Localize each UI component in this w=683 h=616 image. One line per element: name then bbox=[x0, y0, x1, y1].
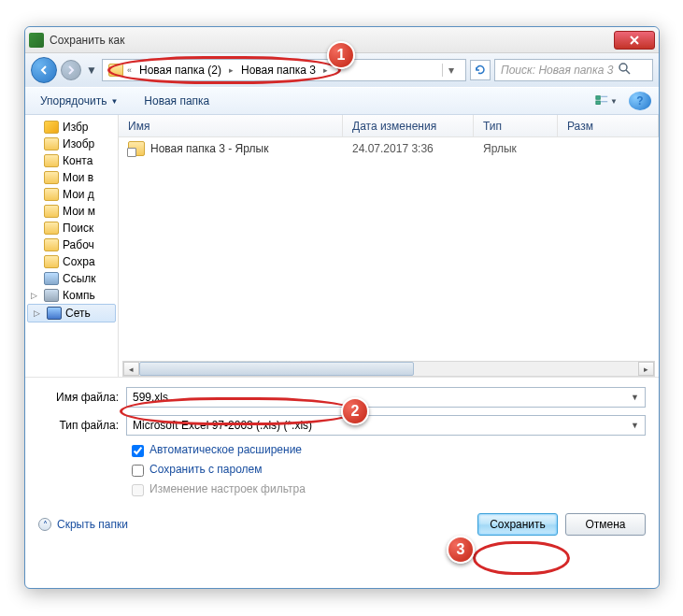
horizontal-scrollbar[interactable]: ◂ ▸ bbox=[122, 361, 655, 377]
folder-icon bbox=[44, 171, 59, 184]
scroll-thumb[interactable] bbox=[139, 362, 414, 376]
arrow-right-icon bbox=[66, 65, 76, 75]
address-bar[interactable]: « Новая папка (2) ▸ Новая папка 3 ▸ ▾ bbox=[102, 59, 466, 81]
checkbox-input[interactable] bbox=[132, 465, 144, 477]
file-row[interactable]: Новая папка 3 - Ярлык 24.07.2017 3:36 Яр… bbox=[119, 137, 659, 160]
auto-extension-checkbox[interactable]: Автоматическое расширение bbox=[132, 443, 646, 457]
organize-button[interactable]: Упорядочить ▼ bbox=[33, 91, 125, 111]
file-date-cell: 24.07.2017 3:36 bbox=[343, 142, 474, 155]
chevron-down-icon: ▼ bbox=[110, 97, 118, 106]
history-dropdown[interactable]: ▼ bbox=[85, 57, 98, 83]
tree-item: Изобр bbox=[25, 136, 118, 152]
filetype-label: Тип файла: bbox=[38, 419, 119, 432]
folder-icon bbox=[44, 205, 59, 218]
computer-icon bbox=[44, 289, 59, 302]
hide-folders-toggle[interactable]: ˄ Скрыть папки bbox=[38, 518, 128, 531]
chevron-up-icon: ˄ bbox=[38, 518, 51, 531]
explorer-body: Избр Изобр Конта Мои в Мои д Мои м Поиск… bbox=[25, 115, 659, 377]
app-icon bbox=[29, 33, 44, 48]
folder-icon bbox=[44, 188, 59, 201]
link-icon bbox=[44, 272, 59, 285]
arrow-left-icon bbox=[38, 64, 50, 76]
forward-button[interactable] bbox=[61, 60, 81, 80]
navigation-tree[interactable]: Избр Изобр Конта Мои в Мои д Мои м Поиск… bbox=[25, 115, 119, 377]
view-options-button[interactable]: ▼ bbox=[595, 92, 618, 110]
search-input[interactable]: Поиск: Новая папка 3 bbox=[494, 59, 653, 81]
folder-icon bbox=[44, 222, 59, 235]
dialog-footer: ˄ Скрыть папки Сохранить Отмена bbox=[25, 506, 659, 547]
chevron-down-icon: ▼ bbox=[610, 97, 618, 106]
search-icon bbox=[619, 63, 631, 78]
folder-icon bbox=[44, 137, 59, 150]
dropdown-icon[interactable]: ▾ bbox=[442, 64, 460, 77]
tree-item: Конта bbox=[25, 152, 118, 169]
annotation-number-1: 1 bbox=[327, 41, 355, 69]
tree-item: Избр bbox=[25, 119, 118, 136]
tree-item: Рабоч bbox=[25, 236, 118, 253]
close-icon bbox=[630, 36, 639, 45]
tree-item: Мои д bbox=[25, 186, 118, 203]
save-as-dialog: Сохранить как ▼ « Новая папка (2) ▸ Нова… bbox=[24, 26, 660, 589]
tree-item: Поиск bbox=[25, 220, 118, 236]
folder-icon bbox=[44, 154, 59, 167]
tree-item-computer: ▷Компь bbox=[25, 287, 118, 304]
annotation-number-3: 3 bbox=[447, 536, 475, 564]
file-type-cell: Ярлык bbox=[474, 142, 558, 155]
filetype-select[interactable]: Microsoft Excel 97-2003 (.xls) (*.xls) ▼ bbox=[126, 415, 646, 436]
column-header-date[interactable]: Дата изменения bbox=[343, 115, 474, 136]
shortcut-icon bbox=[128, 141, 145, 156]
filename-input[interactable]: 599.xls ▼ bbox=[126, 387, 646, 408]
save-with-password-checkbox[interactable]: Сохранить с паролем bbox=[132, 463, 646, 477]
column-header-size[interactable]: Разм bbox=[558, 115, 659, 136]
view-icon bbox=[595, 94, 608, 107]
chevron-down-icon[interactable]: ▼ bbox=[631, 393, 639, 402]
cancel-button[interactable]: Отмена bbox=[565, 513, 646, 536]
network-icon bbox=[47, 307, 62, 320]
checkbox-input[interactable] bbox=[132, 445, 144, 457]
help-button[interactable]: ? bbox=[629, 92, 651, 110]
checkbox-input bbox=[132, 484, 144, 496]
search-placeholder: Поиск: Новая папка 3 bbox=[501, 64, 613, 77]
expand-icon[interactable]: ▷ bbox=[34, 308, 43, 318]
new-folder-button[interactable]: Новая папка bbox=[136, 91, 217, 111]
svg-rect-4 bbox=[601, 101, 607, 102]
tree-item: Сохра bbox=[25, 253, 118, 270]
svg-rect-3 bbox=[596, 101, 600, 105]
svg-rect-2 bbox=[601, 96, 607, 97]
folder-icon bbox=[108, 64, 123, 77]
refresh-button[interactable] bbox=[470, 60, 491, 80]
save-form: Имя файла: 599.xls ▼ Тип файла: Microsof… bbox=[25, 377, 659, 506]
filter-settings-checkbox: Изменение настроек фильтра bbox=[132, 482, 646, 496]
folder-icon bbox=[44, 255, 59, 268]
chevron-right-icon: ▸ bbox=[323, 65, 328, 75]
tree-item: Ссылк bbox=[25, 270, 118, 287]
scroll-left-button[interactable]: ◂ bbox=[123, 362, 139, 376]
breadcrumb-segment[interactable]: Новая папка 3 bbox=[237, 64, 320, 77]
back-button[interactable] bbox=[31, 57, 57, 83]
filename-label: Имя файла: bbox=[38, 391, 119, 404]
column-header-type[interactable]: Тип bbox=[474, 115, 558, 136]
chevron-down-icon[interactable]: ▼ bbox=[631, 421, 639, 430]
tree-item-network: ▷Сеть bbox=[27, 304, 116, 322]
tree-item: Мои м bbox=[25, 203, 118, 220]
column-header-name[interactable]: Имя bbox=[119, 115, 343, 136]
chevron-icon: « bbox=[127, 65, 132, 75]
svg-rect-1 bbox=[596, 96, 600, 100]
file-list-pane: Имя Дата изменения Тип Разм Новая папка … bbox=[119, 115, 659, 377]
close-button[interactable] bbox=[614, 31, 655, 50]
toolbar: Упорядочить ▼ Новая папка ▼ ? bbox=[25, 87, 659, 115]
scroll-right-button[interactable]: ▸ bbox=[638, 362, 654, 376]
svg-point-0 bbox=[619, 64, 627, 71]
column-headers: Имя Дата изменения Тип Разм bbox=[119, 115, 659, 137]
chevron-right-icon: ▸ bbox=[229, 65, 234, 75]
scroll-track[interactable] bbox=[139, 362, 638, 376]
tree-item: Мои в bbox=[25, 169, 118, 186]
annotation-number-2: 2 bbox=[341, 397, 369, 425]
folder-icon bbox=[44, 238, 59, 251]
save-button[interactable]: Сохранить bbox=[477, 513, 558, 536]
breadcrumb-segment[interactable]: Новая папка (2) bbox=[135, 64, 225, 77]
star-icon bbox=[44, 121, 59, 134]
expand-icon[interactable]: ▷ bbox=[31, 291, 40, 300]
refresh-icon bbox=[474, 64, 487, 77]
file-name-cell: Новая папка 3 - Ярлык bbox=[119, 141, 343, 156]
